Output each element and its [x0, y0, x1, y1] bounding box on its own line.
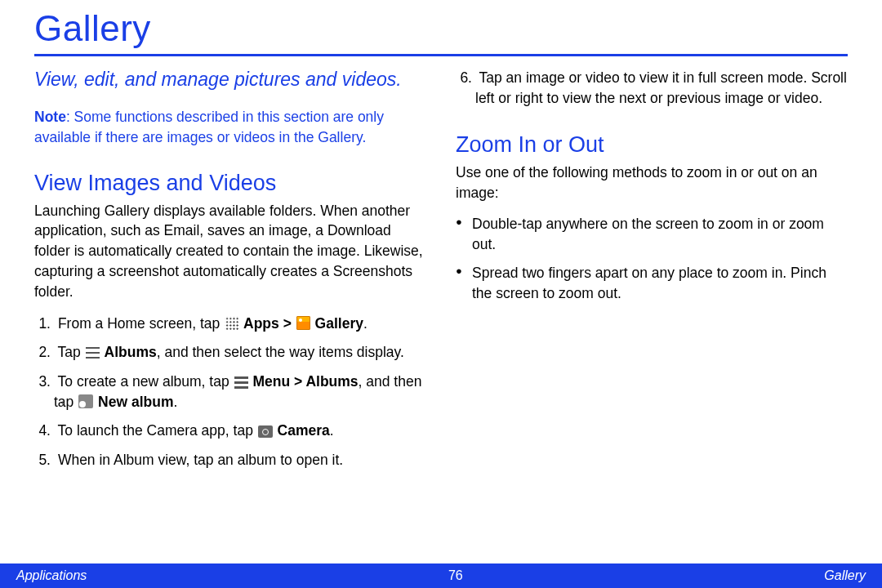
note-body: : Some functions described in this secti… — [34, 109, 384, 145]
footer-page-number: 76 — [448, 568, 463, 583]
footer-right: Gallery — [824, 568, 866, 583]
albums-label: Albums — [105, 344, 157, 360]
step-text: Tap an image or video to view it in full… — [475, 69, 847, 106]
heading-zoom: Zoom In or Out — [456, 132, 848, 158]
camera-label: Camera — [278, 422, 330, 439]
step-text: From a Home screen, tap — [58, 315, 224, 332]
step-6: 6. Tap an image or video to view it in f… — [456, 68, 848, 109]
note-label: Note — [34, 109, 66, 125]
apps-label: Apps > — [243, 315, 296, 332]
step-text: To launch the Camera app, tap — [58, 422, 257, 439]
step-text: When in Album view, tap an album to open… — [58, 452, 343, 468]
menu-icon — [234, 376, 248, 389]
bullet-2: Spread two fingers apart on any place to… — [456, 263, 848, 304]
step-text: . — [363, 315, 368, 332]
step-4: 4. To launch the Camera app, tap Camera. — [34, 421, 426, 441]
subtitle: View, edit, and manage pictures and vide… — [34, 68, 426, 92]
menu-albums-label: Menu > Albums — [252, 373, 358, 390]
new-album-icon — [78, 394, 93, 408]
step-2: 2. Tap Albums, and then select the way i… — [34, 342, 426, 363]
page-title: Gallery — [34, 8, 848, 54]
camera-icon — [258, 425, 273, 438]
left-column: View, edit, and manage pictures and vide… — [34, 68, 426, 479]
manual-page: Gallery View, edit, and manage pictures … — [0, 0, 882, 588]
right-column: 6. Tap an image or video to view it in f… — [456, 68, 848, 479]
heading-view-images: View Images and Videos — [34, 171, 426, 196]
page-footer: Applications 76 Gallery — [0, 564, 882, 588]
step-5: 5. When in Album view, tap an album to o… — [34, 450, 426, 470]
new-album-label: New album — [98, 394, 173, 410]
step-3: 3. To create a new album, tap Menu > Alb… — [34, 372, 426, 413]
step-1: 1. From a Home screen, tap Apps > Galler… — [34, 314, 426, 334]
zoom-intro: Use one of the following methods to zoom… — [456, 163, 848, 203]
apps-icon — [225, 316, 238, 330]
step-text: , and then select the way items display. — [157, 344, 404, 360]
gallery-label: Gallery — [315, 315, 363, 332]
content-columns: View, edit, and manage pictures and vide… — [34, 68, 848, 479]
note-paragraph: Note: Some functions described in this s… — [34, 107, 426, 148]
view-intro: Launching Gallery displays available fol… — [34, 201, 426, 302]
title-rule — [34, 54, 848, 56]
step-text: . — [330, 422, 334, 439]
steps-list-continued: 6. Tap an image or video to view it in f… — [456, 68, 848, 109]
zoom-bullets: Double-tap anywhere on the screen to zoo… — [456, 214, 848, 303]
step-text: Tap — [58, 344, 85, 360]
step-text: . — [173, 394, 177, 410]
footer-left: Applications — [16, 568, 87, 583]
menu-icon — [86, 347, 100, 359]
steps-list: 1. From a Home screen, tap Apps > Galler… — [34, 314, 426, 470]
gallery-icon — [296, 316, 310, 330]
bullet-1: Double-tap anywhere on the screen to zoo… — [456, 214, 848, 255]
step-text: To create a new album, tap — [58, 373, 234, 390]
